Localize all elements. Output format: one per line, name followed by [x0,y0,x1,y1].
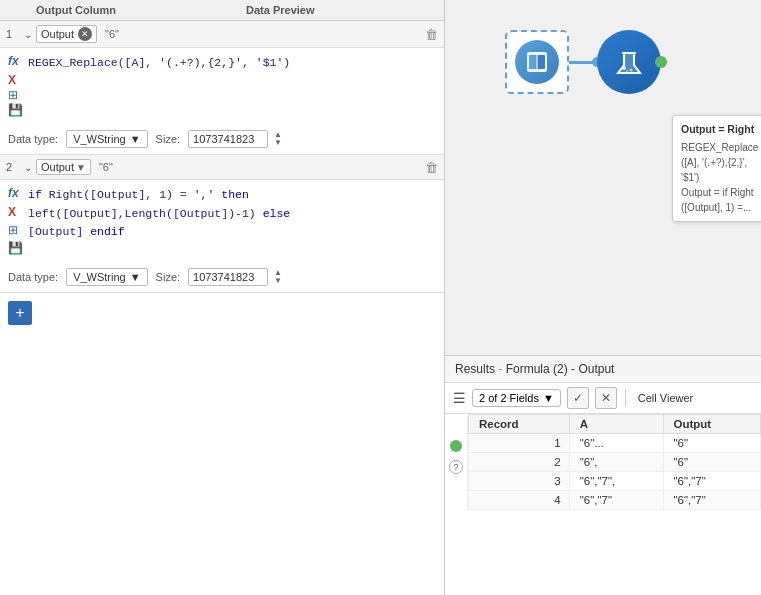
cell-record: 3 [469,472,570,491]
results-toolbar: ☰ 2 of 2 Fields ▼ ✓ ✕ Cell Viewer [445,383,761,414]
datatype-label-2: Data type: [8,271,58,283]
formula-row-1: 1 ⌄ Output ✕ "6" 🗑 fx REGEX_Replace([A],… [0,21,444,155]
size-spinner-1[interactable]: ▲ ▼ [274,131,282,147]
workflow-nodes: Output = Right REGEX_Replace([A], '(.+?)… [505,30,661,94]
delete-row-1[interactable]: 🗑 [425,27,438,42]
fields-dropdown[interactable]: 2 of 2 Fields ▼ [472,389,561,407]
cell-record: 1 [469,434,570,453]
delete-row-2[interactable]: 🗑 [425,160,438,175]
results-header: Results - Formula (2) - Output [445,356,761,383]
cell-record: 4 [469,491,570,510]
output-column-header: Output Column [36,4,226,16]
svg-rect-1 [529,55,537,69]
chevron-down-icon: ▼ [543,392,554,404]
cell-output: "6","7" [663,472,760,491]
datatype-label-1: Data type: [8,133,58,145]
x-icon-2: X [8,205,24,219]
size-input-1[interactable] [188,130,268,148]
clear-field-1[interactable]: ✕ [78,27,92,41]
row-number-2: 2 [6,161,20,173]
save-icon-1: 💾 [8,103,24,117]
size-label-1: Size: [156,133,180,145]
preview-value-1: "6" [105,28,119,40]
book-icon [523,48,551,76]
svg-point-6 [626,70,628,72]
table-row: 3 "6","7", "6","7" [469,472,761,491]
cell-a: "6", [569,453,663,472]
book-node-inner [515,40,559,84]
formula-node-output [655,56,667,68]
formula-text-2b[interactable]: left([Output],Length([Output])-1) else [28,205,290,222]
col-header-record: Record [469,415,570,434]
size-spinner-2[interactable]: ▲ ▼ [274,269,282,285]
formula-tooltip: Output = Right REGEX_Replace([A], '(.+?)… [672,115,761,222]
x-icon-1: X [8,73,24,87]
results-panel: Results - Formula (2) - Output ☰ 2 of 2 … [445,355,761,595]
formula-node[interactable] [597,30,661,94]
formula-text-1[interactable]: REGEX_Replace([A], '(.+?),{2,}', '$1') [28,54,290,71]
datatype-dropdown-2[interactable]: V_WString ▼ [66,268,147,286]
results-table-area: ? Record A Output 1 "6"... "6" 2 "6", "6… [445,414,761,510]
tooltip-line-1: Output = Right [681,122,761,138]
cell-a: "6","7", [569,472,663,491]
size-label-2: Size: [156,271,180,283]
cell-output: "6" [663,434,760,453]
svg-rect-2 [537,55,545,69]
data-preview-header: Data Preview [246,4,436,16]
flask-icon [612,45,646,79]
add-formula-button[interactable]: + [8,301,32,325]
table-row: 1 "6"... "6" [469,434,761,453]
fields-dropdown-label: 2 of 2 Fields [479,392,539,404]
formula-editor-panel: Output Column Data Preview 1 ⌄ Output ✕ … [0,0,445,595]
help-icon[interactable]: ? [449,460,463,474]
results-label: Results [455,362,495,376]
connector-line [569,61,597,64]
preview-value-2: "6" [99,161,113,173]
cell-a: "6"... [569,434,663,453]
results-left-icons: ? [445,414,468,510]
green-status-dot [450,440,462,452]
formula-text-2a[interactable]: if Right([Output], 1) = ',' then [28,186,249,203]
table-row: 2 "6", "6" [469,453,761,472]
col-header-a: A [569,415,663,434]
formula-row-2: 2 ⌄ Output ▼ "6" 🗑 fx if Right([Output],… [0,155,444,293]
svg-rect-3 [536,55,538,69]
output-column-dropdown-1[interactable]: Output ✕ [36,25,97,43]
list-icon[interactable]: ☰ [453,390,466,406]
workflow-canvas[interactable]: Output = Right REGEX_Replace([A], '(.+?)… [445,0,761,355]
fx-icon-2: fx [8,186,24,200]
grid-icon-2: ⊞ [8,223,24,237]
cell-viewer-button[interactable]: Cell Viewer [638,392,693,404]
size-input-2[interactable] [188,268,268,286]
cell-output: "6","7" [663,491,760,510]
cell-record: 2 [469,453,570,472]
results-sublabel: Formula (2) - Output [506,362,615,376]
chevron-icon-2[interactable]: ⌄ [24,162,32,173]
cell-output: "6" [663,453,760,472]
svg-point-5 [630,69,633,72]
book-node[interactable] [505,30,569,94]
x-button[interactable]: ✕ [595,387,617,409]
toolbar-separator [625,389,626,407]
fx-icon-1: fx [8,54,24,68]
row-number-1: 1 [6,28,20,40]
table-row: 4 "6","7" "6","7" [469,491,761,510]
results-separator: - [498,362,505,376]
cell-a: "6","7" [569,491,663,510]
tooltip-content: REGEX_Replace([A], '(.+?),{2,}','$1')Out… [681,140,761,215]
right-panel: Output = Right REGEX_Replace([A], '(.+?)… [445,0,761,595]
formula-text-2c[interactable]: [Output] endif [28,223,125,240]
results-table: Record A Output 1 "6"... "6" 2 "6", "6" … [468,414,761,510]
output-column-dropdown-2[interactable]: Output ▼ [36,159,91,175]
chevron-icon-1[interactable]: ⌄ [24,29,32,40]
checkmark-button[interactable]: ✓ [567,387,589,409]
save-icon-2: 💾 [8,241,24,255]
formula-node-container: Output = Right REGEX_Replace([A], '(.+?)… [597,30,661,94]
grid-icon-1: ⊞ [8,88,24,102]
datatype-dropdown-1[interactable]: V_WString ▼ [66,130,147,148]
col-header-output: Output [663,415,760,434]
svg-point-4 [622,66,626,70]
